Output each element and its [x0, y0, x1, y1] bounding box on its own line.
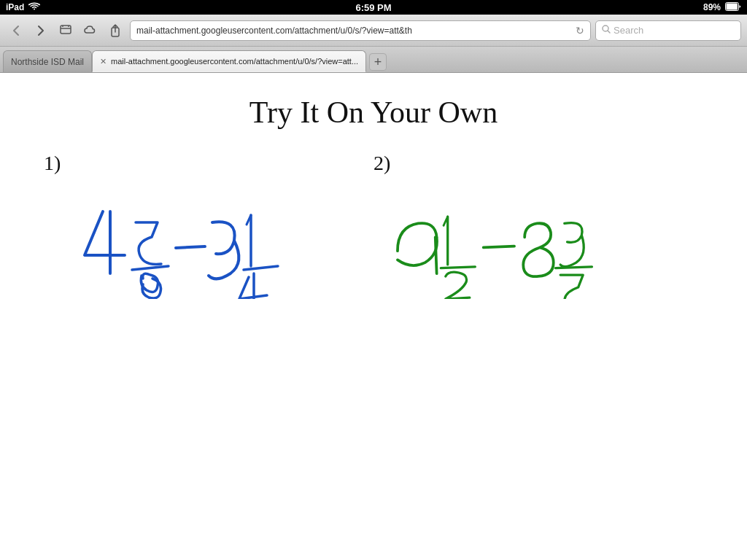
status-left: iPad — [6, 2, 40, 13]
svg-line-12 — [556, 267, 592, 268]
search-placeholder: Search — [614, 25, 643, 36]
tab-attachment[interactable]: ✕ mail-attachment.googleusercontent.com/… — [92, 50, 366, 72]
wifi-icon — [28, 2, 40, 13]
tab-attachment-label: mail-attachment.googleusercontent.com/at… — [111, 57, 358, 66]
svg-line-11 — [484, 246, 514, 248]
problem-2-number: 2) — [374, 152, 703, 175]
svg-rect-2 — [61, 26, 71, 34]
search-icon — [602, 25, 611, 36]
reload-icon[interactable]: ↻ — [576, 25, 584, 36]
content-area: Try It On Your Own 1) — [0, 73, 747, 560]
tab-northside-mail[interactable]: Northside ISD Mail — [3, 50, 92, 72]
device-label: iPad — [6, 2, 24, 12]
problems-row: 1) — [44, 152, 703, 299]
problem-1: 1) — [44, 152, 374, 299]
bookmarks-button[interactable] — [55, 20, 76, 41]
tab-northside-label: Northside ISD Mail — [11, 57, 84, 67]
status-bar: iPad 6:59 PM 89% — [0, 0, 747, 15]
worksheet-title: Try It On Your Own — [44, 95, 703, 130]
browser-toolbar: mail-attachment.googleusercontent.com/at… — [0, 15, 747, 47]
new-tab-button[interactable]: + — [369, 53, 387, 71]
svg-line-5 — [132, 266, 169, 270]
svg-line-8 — [244, 266, 278, 270]
svg-rect-1 — [727, 3, 738, 9]
search-input[interactable]: Search — [595, 20, 741, 41]
tab-close-icon[interactable]: ✕ — [100, 57, 107, 66]
problem-2-math — [374, 182, 703, 299]
svg-line-10 — [441, 267, 475, 268]
icloud-button[interactable] — [80, 20, 101, 41]
svg-line-6 — [176, 246, 205, 248]
back-button[interactable] — [6, 20, 26, 41]
battery-icon — [725, 2, 741, 13]
address-text: mail-attachment.googleusercontent.com/at… — [136, 26, 412, 36]
battery-label: 89% — [703, 2, 721, 12]
new-tab-icon: + — [374, 55, 382, 69]
share-button[interactable] — [105, 20, 125, 41]
worksheet: Try It On Your Own 1) — [0, 73, 747, 321]
problem-1-number: 1) — [44, 152, 374, 175]
forward-button[interactable] — [31, 20, 51, 41]
status-time: 6:59 PM — [355, 2, 391, 13]
tab-bar: Northside ISD Mail ✕ mail-attachment.goo… — [0, 47, 747, 73]
status-right: 89% — [703, 2, 741, 13]
problem-2: 2) — [374, 152, 703, 299]
address-bar[interactable]: mail-attachment.googleusercontent.com/at… — [130, 20, 591, 41]
problem-1-math — [44, 182, 374, 299]
